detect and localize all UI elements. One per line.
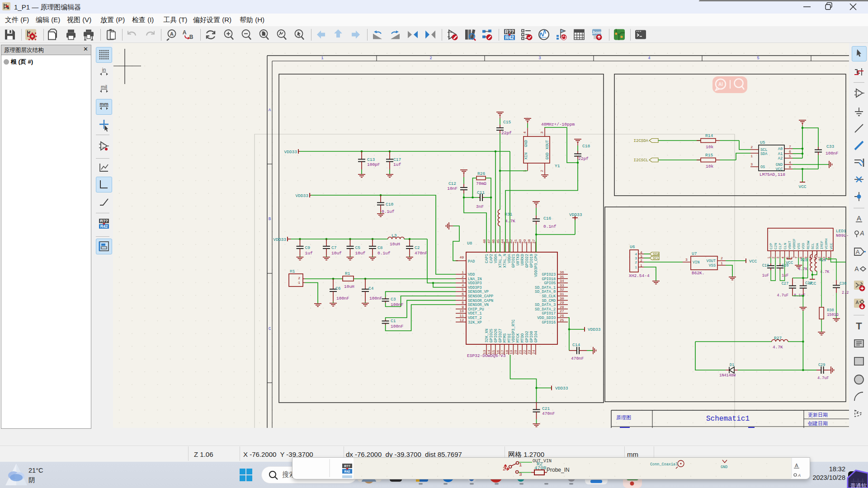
- svg-text:4: 4: [523, 131, 527, 134]
- svg-text:GPIO21: GPIO21: [511, 254, 516, 268]
- svg-text:XTAL_N: XTAL_N: [503, 254, 507, 268]
- svg-text:27: 27: [560, 309, 564, 313]
- svg-text:11: 11: [459, 314, 464, 318]
- svg-text:45: 45: [496, 239, 500, 244]
- svg-text:in: in: [102, 67, 106, 72]
- svg-text:4.7K: 4.7K: [773, 345, 783, 350]
- svg-text:N09L-2: N09L-2: [836, 233, 849, 238]
- svg-text:1uF: 1uF: [762, 273, 769, 278]
- svg-text:VCOMH: VCOMH: [824, 239, 828, 249]
- svg-text:100nF: 100nF: [369, 296, 382, 301]
- svg-text:A: A: [857, 214, 861, 222]
- svg-text:1: 1: [640, 263, 642, 267]
- svg-text:16: 16: [496, 350, 500, 354]
- svg-text:CHIP_PU: CHIP_PU: [468, 307, 484, 312]
- svg-text:14: 14: [487, 350, 491, 354]
- svg-text:GPIO18: GPIO18: [542, 277, 556, 282]
- svg-text:100nF: 100nF: [336, 296, 349, 301]
- svg-text:2: 2: [635, 260, 637, 264]
- svg-text:2.2u: 2.2u: [842, 291, 849, 295]
- svg-text:A: A: [859, 230, 864, 237]
- svg-text:VBAT: VBAT: [788, 241, 792, 249]
- svg-text:B62K.: B62K.: [692, 271, 705, 276]
- svg-text:2: 2: [640, 258, 642, 263]
- svg-text:C10: C10: [386, 202, 393, 207]
- svg-text:VSS: VSS: [797, 243, 801, 249]
- svg-text:更新日期: 更新日期: [808, 412, 828, 418]
- svg-text:6: 6: [790, 257, 794, 259]
- svg-text:SD_DATA_0: SD_DATA_0: [535, 290, 556, 294]
- svg-text:C8: C8: [377, 245, 383, 250]
- svg-text:C2: C2: [415, 245, 420, 250]
- svg-text:I2CSCL: I2CSCL: [634, 158, 648, 163]
- svg-text:SD_CMD: SD_CMD: [542, 299, 556, 303]
- svg-text:VDD3P3_RTC: VDD3P3_RTC: [511, 319, 516, 343]
- svg-text:VDD33: VDD33: [569, 212, 582, 217]
- svg-text:A: A: [856, 249, 860, 255]
- svg-text:VCC: VCC: [776, 167, 783, 172]
- svg-text:C13: C13: [367, 157, 375, 162]
- svg-text:2: 2: [772, 257, 775, 259]
- svg-text:VOUT: VOUT: [707, 259, 716, 263]
- svg-text:19: 19: [509, 350, 513, 354]
- svg-text:−: −: [102, 143, 104, 146]
- svg-text:70mΩ: 70mΩ: [476, 181, 486, 186]
- svg-text:原理图: 原理图: [616, 415, 631, 420]
- svg-text:10uH: 10uH: [390, 242, 400, 247]
- svg-text:GPIO26: GPIO26: [494, 328, 498, 343]
- svg-text:1: 1: [767, 257, 771, 259]
- svg-text:A: A: [170, 31, 174, 37]
- svg-text:A: A: [797, 473, 801, 478]
- svg-text:34: 34: [560, 279, 564, 283]
- svg-text:C7: C7: [331, 245, 336, 250]
- svg-text:1: 1: [635, 265, 637, 269]
- svg-text:29: 29: [560, 300, 564, 305]
- svg-text:1: 1: [462, 270, 464, 274]
- svg-text:XIN: XIN: [524, 153, 528, 160]
- svg-text:41: 41: [514, 239, 518, 244]
- svg-text:470nF: 470nF: [571, 356, 584, 361]
- svg-text:R??: R??: [505, 29, 514, 34]
- svg-text:VSS: VSS: [709, 263, 716, 268]
- svg-text:RESW: RESW: [806, 241, 810, 249]
- svg-text:1uF: 1uF: [782, 273, 788, 278]
- svg-text:GPIO2: GPIO2: [525, 331, 529, 343]
- svg-text:37: 37: [532, 239, 536, 244]
- svg-text:VCC: VCC: [798, 184, 806, 189]
- svg-text:H1: H1: [290, 269, 295, 274]
- svg-text:R30: R30: [827, 308, 834, 313]
- svg-text:21: 21: [518, 350, 522, 354]
- svg-text:7: 7: [789, 145, 791, 149]
- svg-text:18: 18: [505, 350, 509, 354]
- svg-text:4: 4: [462, 283, 464, 287]
- svg-text:C16: C16: [543, 216, 551, 221]
- svg-text:3nF: 3nF: [476, 204, 484, 209]
- svg-text:14: 14: [827, 257, 831, 261]
- svg-text:GND: GND: [545, 153, 550, 160]
- svg-text:4.7uF: 4.7uF: [817, 376, 829, 380]
- svg-text:MTDO: MTDO: [520, 333, 525, 343]
- svg-text:10k: 10k: [706, 145, 713, 150]
- svg-text:GPIO19: GPIO19: [529, 254, 534, 268]
- svg-text:L3: L3: [392, 233, 397, 238]
- svg-text:B: B: [189, 34, 193, 40]
- svg-text:C2P: C2P: [769, 243, 773, 249]
- svg-text:U5: U5: [760, 140, 765, 145]
- svg-text:2: 2: [429, 56, 432, 61]
- svg-text:VDDA: VDDA: [494, 253, 498, 263]
- svg-text:C1: C1: [391, 319, 396, 324]
- svg-text:GPIO0: GPIO0: [529, 331, 534, 343]
- svg-text:CAP1: CAP1: [485, 254, 489, 263]
- svg-text:26: 26: [560, 314, 564, 318]
- svg-text:17: 17: [500, 350, 505, 354]
- svg-text:创建日期: 创建日期: [808, 421, 828, 426]
- svg-text:10uf: 10uf: [355, 251, 366, 256]
- svg-text:470nF: 470nF: [542, 411, 555, 416]
- svg-text:2: 2: [540, 170, 544, 172]
- svg-text:C27: C27: [782, 282, 788, 286]
- svg-text:VDD33: VDD33: [273, 237, 286, 242]
- svg-text:R??: R??: [100, 219, 108, 223]
- svg-text:6: 6: [789, 150, 791, 154]
- svg-text:R28: R28: [801, 258, 807, 263]
- svg-text:3: 3: [635, 256, 637, 260]
